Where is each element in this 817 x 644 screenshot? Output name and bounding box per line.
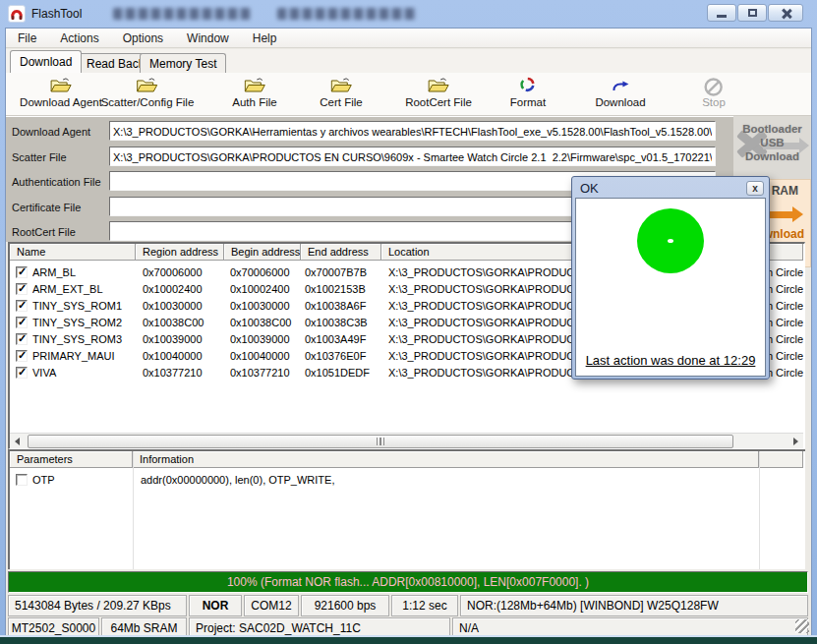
column-header-empty[interactable] <box>759 451 803 468</box>
window-title: FlashTool <box>31 7 82 21</box>
row-checkbox[interactable] <box>16 333 28 345</box>
app-icon <box>8 5 26 23</box>
dialog-title: OK <box>580 181 599 196</box>
left-triangle-icon <box>15 438 20 445</box>
column-header-parameters[interactable]: Parameters <box>10 451 133 468</box>
cell-begin: 0x10377210 <box>230 367 301 379</box>
row-checkbox[interactable] <box>16 367 28 379</box>
cell-end: 0x70007B7B <box>305 266 379 278</box>
toolbar-label: Download <box>595 96 645 108</box>
row-checkbox[interactable] <box>16 283 28 295</box>
cell-end: 0x10038C3B <box>305 317 379 328</box>
stop-button[interactable]: Stop <box>702 77 726 108</box>
dialog-message: Last action was done at 12:29 <box>576 353 765 368</box>
status-bytes-speed: 5143084 Bytes / 209.27 KBps <box>8 595 187 616</box>
redacted-title-text <box>113 8 251 20</box>
cell-region: 0x70006000 <box>143 266 223 278</box>
menu-actions[interactable]: Actions <box>48 31 110 45</box>
download-agent-label: Download Agent <box>12 126 110 138</box>
progress-bar: 100% (Format NOR flash... ADDR[0x0081000… <box>8 571 808 593</box>
menu-file[interactable]: File <box>6 31 48 45</box>
flashtool-window: FlashTool File Actions Options Window He… <box>0 0 817 644</box>
minimize-button[interactable] <box>707 4 736 22</box>
column-header-name[interactable]: Name <box>10 244 136 261</box>
cell-begin: 0x10038C00 <box>230 317 301 328</box>
redacted-title-text <box>277 8 417 20</box>
row-checkbox[interactable] <box>16 266 28 278</box>
progress-text: 100% (Format NOR flash... ADDR[0x0081000… <box>227 575 589 589</box>
toolbar-label: Download Agent <box>20 96 102 108</box>
download-line: Download <box>733 149 811 163</box>
cell-information: addr(0x00000000), len(0), OTP_WRITE, <box>141 474 750 486</box>
cell-end: 0x1002153B <box>305 283 379 295</box>
download-agent-field[interactable] <box>110 122 715 140</box>
scrollbar-thumb[interactable] <box>28 435 733 448</box>
status-flash-chip: NOR:(128Mb+64Mb) [WINBOND] W25Q128FW <box>460 595 808 616</box>
cell-parameter: OTP <box>32 474 131 486</box>
otp-row[interactable]: OTP addr(0x00000000), len(0), OTP_WRITE, <box>10 472 803 489</box>
menu-options[interactable]: Options <box>111 31 175 45</box>
bootloader-usb-download-panel: Bootloader USB Download <box>733 116 811 179</box>
status-baud-rate: 921600 bps <box>301 595 389 616</box>
cell-name: TINY_SYS_ROM2 <box>32 317 135 328</box>
cell-name: TINY_SYS_ROM3 <box>32 333 135 345</box>
scroll-right-arrow[interactable] <box>788 435 803 448</box>
dialog-close-button[interactable]: x <box>746 181 764 196</box>
stop-circle-icon <box>702 77 726 96</box>
cell-end: 0x1051DEDF <box>305 367 379 379</box>
parameters-table: Parameters Information OTP addr(0x000000… <box>8 449 805 569</box>
column-header-region[interactable]: Region address <box>136 244 224 261</box>
title-bar: FlashTool <box>0 0 817 28</box>
status-elapsed-time: 1:12 sec <box>391 595 458 616</box>
tab-download[interactable]: Download <box>10 50 82 73</box>
otp-checkbox[interactable] <box>16 474 28 486</box>
rootcert-file-button[interactable]: RootCert File <box>405 77 472 108</box>
certificate-file-label: Certificate File <box>12 202 110 213</box>
menu-window[interactable]: Window <box>175 31 241 45</box>
row-checkbox[interactable] <box>16 317 28 328</box>
bootloader-line: Bootloader <box>733 122 811 136</box>
tab-strip: Download Read Back Memory Test <box>6 49 811 73</box>
status-bar-row1: 5143084 Bytes / 209.27 KBps NOR COM12 92… <box>8 595 808 616</box>
download-button[interactable]: Download <box>595 77 645 108</box>
scroll-left-arrow[interactable] <box>10 435 25 448</box>
cell-begin: 0x10039000 <box>230 333 301 345</box>
column-header-end[interactable]: End address <box>301 244 381 261</box>
toolbar: Download Agent Scatter/Config File Auth … <box>6 73 811 116</box>
toolbar-label: Stop <box>702 96 726 108</box>
cell-end: 0x1003A49F <box>305 333 379 345</box>
download-agent-field-wrap <box>109 121 716 141</box>
scatter-file-field[interactable] <box>110 147 715 165</box>
dialog-title-bar[interactable]: OK x <box>575 180 766 198</box>
row-checkbox[interactable] <box>16 300 28 312</box>
close-button[interactable] <box>768 4 803 22</box>
cell-region: 0x10377210 <box>143 367 223 379</box>
maximize-button[interactable] <box>737 4 767 22</box>
column-header-begin[interactable]: Begin address <box>224 244 301 261</box>
open-folder-icon <box>320 77 362 96</box>
scatter-config-file-button[interactable]: Scatter/Config File <box>101 77 195 108</box>
column-header-information[interactable]: Information <box>133 451 759 468</box>
cert-file-button[interactable]: Cert File <box>320 77 362 108</box>
format-button[interactable]: Format <box>510 77 546 108</box>
horizontal-scrollbar[interactable] <box>10 433 803 448</box>
right-triangle-icon <box>793 438 798 445</box>
tab-memory-test[interactable]: Memory Test <box>140 53 226 73</box>
maximize-icon <box>748 9 757 17</box>
open-folder-icon <box>20 77 102 96</box>
toolbar-label: Scatter/Config File <box>101 96 195 108</box>
row-checkbox[interactable] <box>16 350 28 362</box>
cell-begin: 0x10040000 <box>230 350 301 362</box>
cell-region: 0x10039000 <box>143 333 223 345</box>
cell-end: 0x10038A6F <box>305 300 379 312</box>
cell-region: 0x10038C00 <box>143 317 223 328</box>
authentication-file-label: Authentication File <box>12 176 110 188</box>
resize-grip-icon[interactable] <box>795 619 809 633</box>
download-arrow-icon <box>595 77 645 96</box>
menu-help[interactable]: Help <box>241 31 289 45</box>
download-agent-button[interactable]: Download Agent <box>20 77 102 108</box>
cell-name: TINY_SYS_ROM1 <box>32 300 135 312</box>
auth-file-button[interactable]: Auth File <box>232 77 276 108</box>
cell-begin: 0x70006000 <box>230 266 301 278</box>
menu-bar: File Actions Options Window Help <box>6 29 811 48</box>
